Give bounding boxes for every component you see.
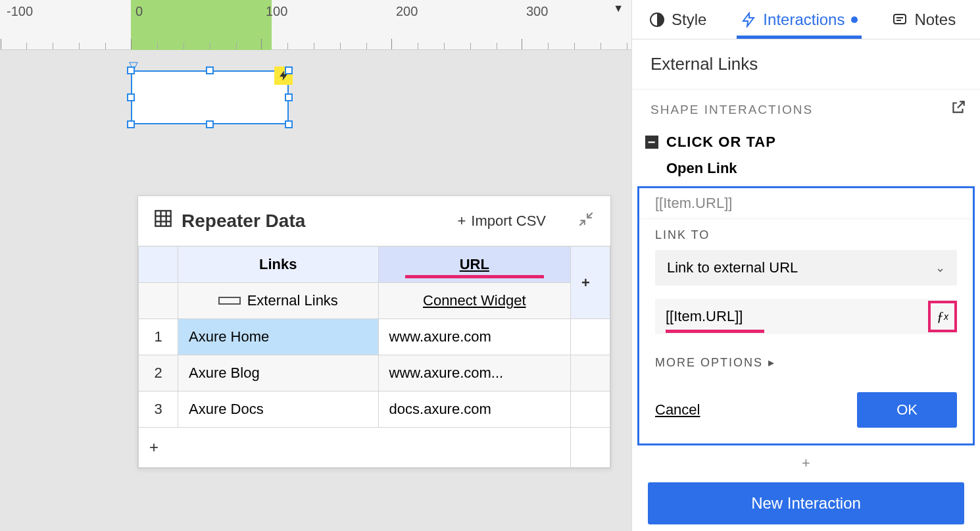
add-action-button[interactable]: + xyxy=(632,451,980,476)
resize-handle[interactable] xyxy=(206,66,214,74)
add-row-button[interactable]: + xyxy=(139,428,571,468)
ruler-selection xyxy=(131,0,272,50)
chevron-down-icon: ⌄ xyxy=(935,261,945,275)
resize-handle[interactable] xyxy=(127,120,135,128)
import-csv-label: Import CSV xyxy=(471,213,546,230)
column-header-links[interactable]: Links xyxy=(178,247,379,283)
new-interaction-button[interactable]: New Interaction xyxy=(648,482,964,524)
more-options-label: MORE OPTIONS xyxy=(655,356,763,370)
tab-interactions[interactable]: Interactions xyxy=(737,0,862,39)
tab-style[interactable]: Style xyxy=(645,0,710,39)
selected-widget[interactable]: ▽ xyxy=(131,70,289,124)
resize-handle[interactable] xyxy=(285,93,293,101)
ok-button[interactable]: OK xyxy=(857,392,957,428)
widget-rectangle[interactable] xyxy=(131,70,289,124)
table-corner xyxy=(139,247,178,283)
link-to-value: Link to external URL xyxy=(667,259,798,276)
cell-url[interactable]: www.axure.com... xyxy=(378,355,570,392)
repeater-title: Repeater Data xyxy=(154,209,305,232)
tab-interactions-label: Interactions xyxy=(763,11,845,29)
collapse-event-icon[interactable]: − xyxy=(645,136,658,149)
action-summary: [[Item.URL]] xyxy=(639,188,973,219)
cell-url[interactable]: docs.axure.com xyxy=(378,392,570,428)
grid-icon xyxy=(154,209,172,232)
row-number[interactable]: 2 xyxy=(139,355,178,392)
url-input[interactable] xyxy=(655,299,928,334)
repeater-data-panel: Repeater Data + Import CSV Links URL + E… xyxy=(137,195,611,468)
resize-handle[interactable] xyxy=(285,120,293,128)
ruler-tick-label: -100 xyxy=(7,4,33,19)
row-number[interactable]: 1 xyxy=(139,319,178,355)
highlight-underline xyxy=(666,330,764,333)
column-header-url[interactable]: URL xyxy=(378,247,570,283)
ruler-tick-label: 200 xyxy=(396,4,418,19)
action-open-link[interactable]: Open Link xyxy=(632,155,980,182)
cell-links[interactable]: Axure Home xyxy=(178,319,379,355)
empty-cell xyxy=(571,428,610,468)
svg-rect-0 xyxy=(155,211,170,226)
link-to-select[interactable]: Link to external URL ⌄ xyxy=(655,250,957,286)
ruler: -100 0 100 200 300 xyxy=(0,0,631,50)
event-label: CLICK OR TAP xyxy=(666,134,776,151)
rectangle-icon xyxy=(218,297,241,305)
resize-handle[interactable] xyxy=(285,66,293,74)
ruler-tick-label: 0 xyxy=(135,4,143,19)
action-editor: [[Item.URL]] LINK TO Link to external UR… xyxy=(637,186,975,445)
inspector-panel: Style Interactions Notes External Links … xyxy=(631,0,980,531)
fx-button[interactable]: ƒx xyxy=(928,301,957,332)
panel-tabs: Style Interactions Notes xyxy=(632,0,980,39)
ruler-tick-label: 300 xyxy=(526,4,548,19)
connect-widget-button[interactable]: Connect Widget xyxy=(378,283,570,319)
empty-cell xyxy=(571,392,610,428)
canvas-area: -100 0 100 200 300 ▼ ▽ xyxy=(0,0,631,531)
add-column-button[interactable]: + xyxy=(571,247,610,319)
collapse-icon[interactable] xyxy=(577,211,595,232)
shape-interactions-label: SHAPE INTERACTIONS xyxy=(650,103,813,117)
svg-rect-6 xyxy=(894,14,906,24)
repeater-table: Links URL + External Links Connect Widge… xyxy=(138,246,610,468)
cell-links[interactable]: Axure Blog xyxy=(178,355,379,392)
canvas-menu-dropdown-icon[interactable]: ▼ xyxy=(613,3,624,14)
empty-cell xyxy=(571,319,610,355)
widget-binding-links[interactable]: External Links xyxy=(178,283,379,319)
chevron-right-icon: ▸ xyxy=(768,355,775,370)
empty-cell xyxy=(571,355,610,392)
highlight-underline xyxy=(405,275,544,278)
popout-icon[interactable] xyxy=(950,99,967,120)
cell-links[interactable]: Axure Docs xyxy=(178,392,379,428)
tab-notes-label: Notes xyxy=(914,11,956,29)
cancel-button[interactable]: Cancel xyxy=(655,401,700,418)
row-number[interactable]: 3 xyxy=(139,392,178,428)
table-corner xyxy=(139,283,178,319)
tab-notes[interactable]: Notes xyxy=(888,0,960,39)
cell-url[interactable]: www.axure.com xyxy=(378,319,570,355)
widget-name-title: External Links xyxy=(632,39,980,89)
repeater-title-text: Repeater Data xyxy=(182,211,305,232)
active-indicator-dot-icon xyxy=(851,16,858,23)
tab-style-label: Style xyxy=(672,11,706,29)
plus-icon: + xyxy=(457,213,466,230)
import-csv-button[interactable]: + Import CSV xyxy=(457,213,546,230)
event-click-or-tap[interactable]: − CLICK OR TAP xyxy=(632,130,980,155)
more-options-toggle[interactable]: MORE OPTIONS ▸ xyxy=(639,340,973,375)
ruler-tick-label: 100 xyxy=(266,4,287,19)
resize-handle[interactable] xyxy=(206,120,214,128)
resize-handle[interactable] xyxy=(127,66,135,74)
link-to-label: LINK TO xyxy=(639,219,973,246)
resize-handle[interactable] xyxy=(127,93,135,101)
